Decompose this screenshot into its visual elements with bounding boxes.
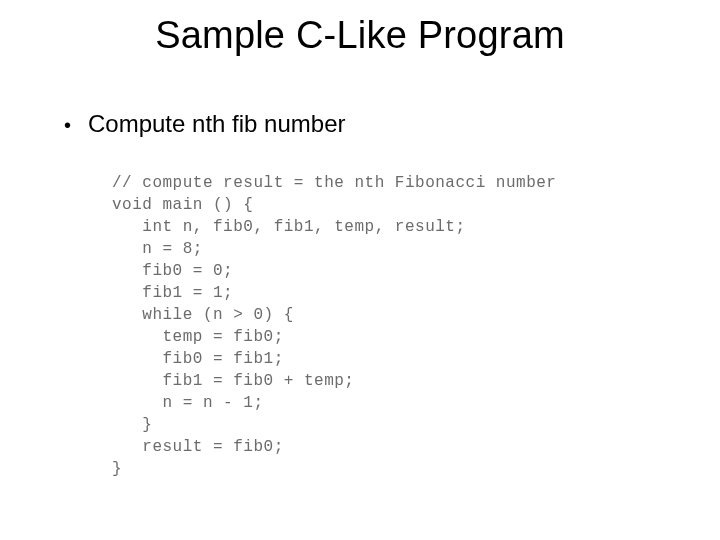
code-block: // compute result = the nth Fibonacci nu… [112, 172, 556, 480]
bullet-list: • Compute nth fib number [64, 110, 680, 138]
bullet-marker: • [64, 113, 88, 137]
slide: Sample C-Like Program • Compute nth fib … [0, 0, 720, 540]
slide-title: Sample C-Like Program [0, 14, 720, 57]
bullet-item: • Compute nth fib number [64, 110, 680, 138]
bullet-text: Compute nth fib number [88, 110, 680, 138]
